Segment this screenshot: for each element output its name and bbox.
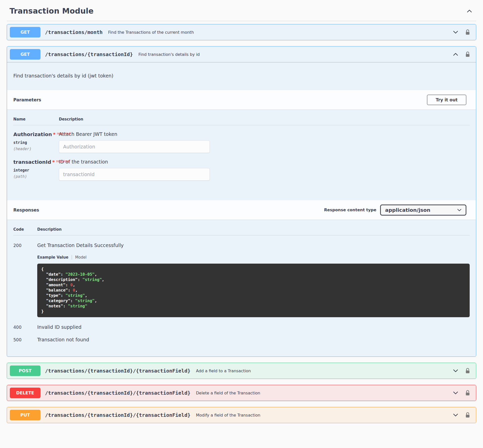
endpoint-path[interactable]: /transactions/{transactionId} xyxy=(45,51,133,57)
response-code: 500 xyxy=(13,337,37,342)
tab-model[interactable]: Model xyxy=(75,255,87,260)
module-title: Transaction Module xyxy=(10,7,94,15)
method-badge-get: GET xyxy=(10,49,41,60)
example-tabs: Example Value Model xyxy=(37,255,470,260)
chevron-down-icon[interactable] xyxy=(452,29,459,35)
response-content-type-value: application/json xyxy=(385,207,430,213)
opblock-get-transaction-by-id: GET /transactions/{transactionId} Find t… xyxy=(7,46,476,357)
chevron-up-icon[interactable] xyxy=(452,51,459,58)
responses-table: Code Description 200 Get Transaction Det… xyxy=(7,220,476,356)
response-code: 200 xyxy=(13,242,37,317)
parameters-table: Name Description Authorization*required … xyxy=(7,109,476,200)
api-module-section: Transaction Module GET /transactions/mon… xyxy=(0,0,483,423)
method-badge-post: POST xyxy=(10,365,41,376)
opblock-get-transactions-month: GET /transactions/month Find the Transac… xyxy=(7,24,476,40)
required-label: required xyxy=(57,132,70,135)
parameter-location: (path) xyxy=(13,174,59,179)
responses-table-head: Code Description xyxy=(13,227,470,235)
response-content-type: Response content type application/json xyxy=(324,205,466,216)
opblock-post-transaction-field: POST /transactions/{transactionId}/{tran… xyxy=(7,363,476,379)
response-code: 400 xyxy=(13,324,37,330)
response-content-type-label: Response content type xyxy=(324,208,376,212)
col-header-description: Description xyxy=(59,117,470,121)
authorization-input[interactable] xyxy=(59,140,210,153)
response-content-type-select[interactable]: application/json xyxy=(380,205,466,216)
opblock-summary[interactable]: DELETE /transactions/{transactionId}/{tr… xyxy=(7,385,476,401)
tab-example-value[interactable]: Example Value xyxy=(37,255,68,260)
parameter-name: transactionId*required xyxy=(13,159,59,165)
required-star: * xyxy=(53,131,56,137)
col-header-name: Name xyxy=(13,117,59,121)
opblock-summary[interactable]: GET /transactions/{transactionId} Find t… xyxy=(7,47,476,62)
opblock-body: Find transaction's details by id (jwt to… xyxy=(7,62,476,356)
chevron-down-icon[interactable] xyxy=(452,368,459,374)
unlock-icon[interactable] xyxy=(464,368,471,374)
tab-divider xyxy=(72,255,72,260)
method-badge-get: GET xyxy=(10,27,41,37)
parameter-row-transaction-id: transactionId*required integer (path) ID… xyxy=(13,153,470,181)
chevron-down-icon[interactable] xyxy=(452,390,459,396)
required-label: required xyxy=(56,159,70,163)
unlock-icon[interactable] xyxy=(464,51,471,58)
endpoint-path[interactable]: /transactions/month xyxy=(45,29,103,35)
module-header[interactable]: Transaction Module xyxy=(7,0,476,21)
response-row-500: 500 Transaction not found xyxy=(13,330,470,342)
method-badge-delete: DELETE xyxy=(10,388,41,398)
chevron-down-icon[interactable] xyxy=(452,412,459,418)
unlock-icon[interactable] xyxy=(464,412,471,418)
response-row-200: 200 Get Transaction Details Successfully… xyxy=(13,235,470,317)
parameters-table-head: Name Description xyxy=(13,117,470,125)
response-row-400: 400 Invalid ID supplied xyxy=(13,317,470,330)
responses-section-header: Responses Response content type applicat… xyxy=(7,200,476,220)
parameter-type: integer xyxy=(13,168,59,173)
unlock-icon[interactable] xyxy=(464,390,471,396)
parameter-type: string xyxy=(13,140,59,145)
col-header-description: Description xyxy=(37,227,470,232)
parameter-row-authorization: Authorization*required string (header) A… xyxy=(13,125,470,153)
divider xyxy=(7,21,476,21)
endpoint-summary: Modify a field of the Transaction xyxy=(196,413,452,418)
opblock-summary[interactable]: GET /transactions/month Find the Transac… xyxy=(7,24,476,40)
endpoint-summary: Find the Transactions of the current mon… xyxy=(108,30,452,35)
endpoint-path[interactable]: /transactions/{transactionId}/{transacti… xyxy=(45,390,190,396)
transaction-id-input[interactable] xyxy=(59,168,210,181)
parameter-location: (header) xyxy=(13,147,59,151)
endpoint-summary: Find transaction's details by id xyxy=(138,52,452,57)
endpoint-path[interactable]: /transactions/{transactionId}/{transacti… xyxy=(45,368,190,374)
responses-title: Responses xyxy=(13,208,39,213)
parameters-section-header: Parameters Try it out xyxy=(7,90,476,109)
response-description: Invalid ID supplied xyxy=(37,324,470,330)
opblock-put-transaction-field: PUT /transactions/{transactionId}/{trans… xyxy=(7,407,476,423)
method-badge-put: PUT xyxy=(10,410,41,420)
operation-description: Find transaction's details by id (jwt to… xyxy=(7,62,476,90)
opblock-summary[interactable]: POST /transactions/{transactionId}/{tran… xyxy=(7,363,476,379)
example-json-code: { "date": "2023-10-05", "description": "… xyxy=(37,264,470,317)
chevron-down-icon xyxy=(457,207,462,213)
endpoint-path[interactable]: /transactions/{transactionId}/{transacti… xyxy=(45,412,190,418)
col-header-code: Code xyxy=(13,227,37,232)
response-description: Get Transaction Details Successfully xyxy=(37,242,470,248)
opblock-delete-transaction-field: DELETE /transactions/{transactionId}/{tr… xyxy=(7,385,476,401)
endpoint-summary: Add a field to a Transaction xyxy=(196,369,452,373)
response-description: Transaction not found xyxy=(37,337,470,342)
parameter-description: Attach Bearer JWT token xyxy=(59,131,470,137)
required-star: * xyxy=(52,159,55,165)
chevron-up-icon[interactable] xyxy=(466,8,473,14)
unlock-icon[interactable] xyxy=(464,29,471,35)
parameter-name: Authorization*required xyxy=(13,131,59,137)
endpoint-summary: Delete a field of the Transaction xyxy=(196,391,452,395)
parameter-description: ID of the transaction xyxy=(59,159,470,165)
try-it-out-button[interactable]: Try it out xyxy=(427,95,466,105)
opblock-summary[interactable]: PUT /transactions/{transactionId}/{trans… xyxy=(7,407,476,423)
parameters-title: Parameters xyxy=(13,97,41,102)
